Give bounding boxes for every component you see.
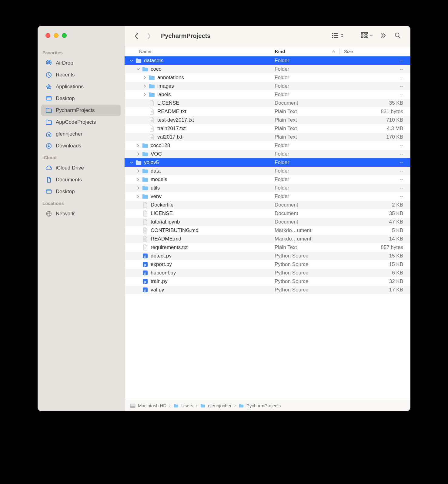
file-row[interactable]: detect.pyPython Source15 KB — [125, 252, 410, 260]
file-row[interactable]: val.pyPython Source17 KB — [125, 286, 410, 294]
file-row[interactable]: export.pyPython Source15 KB — [125, 260, 410, 269]
file-list[interactable]: datasetsFolder--cocoFolder--annotationsF… — [125, 56, 410, 400]
file-row[interactable]: cocoFolder-- — [125, 65, 410, 73]
column-size[interactable]: Size — [340, 49, 406, 54]
sidebar-item-label: AppCodeProjects — [56, 119, 96, 125]
file-kind: Folder — [275, 66, 339, 72]
sidebar-item-desktop[interactable]: Desktop — [41, 186, 121, 197]
file-size: 32 KB — [339, 278, 403, 284]
file-row[interactable]: utilsFolder-- — [125, 184, 410, 192]
file-kind: Folder — [275, 143, 339, 149]
disclosure-triangle[interactable] — [129, 160, 134, 165]
search-button[interactable] — [392, 30, 404, 42]
path-segment[interactable]: Macintosh HD — [138, 403, 166, 408]
file-row[interactable]: annotationsFolder-- — [125, 73, 410, 82]
file-row[interactable]: datasetsFolder-- — [125, 56, 410, 65]
column-name[interactable]: Name — [125, 49, 275, 54]
sidebar-item-label: PycharmProjects — [56, 107, 95, 113]
file-row[interactable]: train.pyPython Source32 KB — [125, 277, 410, 286]
back-button[interactable] — [131, 30, 142, 42]
sidebar-section-label: Favorites — [38, 47, 124, 57]
file-row[interactable]: README.txtPlain Text831 bytes — [125, 107, 410, 116]
folder-icon — [135, 57, 142, 64]
file-size: 831 bytes — [339, 109, 403, 115]
file-row[interactable]: venvFolder-- — [125, 192, 410, 201]
airdrop-icon — [45, 60, 52, 66]
minimize-button[interactable] — [54, 33, 59, 38]
file-row[interactable]: modelsFolder-- — [125, 175, 410, 184]
file-size: 15 KB — [339, 261, 403, 267]
path-segment[interactable]: PycharmProjects — [246, 403, 281, 408]
main-pane: PycharmProjects Name Kind — [125, 26, 410, 411]
download-icon — [45, 143, 52, 149]
group-by-button[interactable] — [359, 30, 375, 42]
file-row[interactable]: requirements.txtPlain Text857 bytes — [125, 243, 410, 252]
forward-button[interactable] — [144, 30, 154, 42]
doc-icon — [142, 219, 149, 225]
txt-icon — [149, 117, 155, 123]
chevron-right-icon — [196, 403, 198, 408]
file-row[interactable]: LICENSEDocument35 KB — [125, 99, 410, 107]
file-size: 15 KB — [339, 253, 403, 259]
close-button[interactable] — [45, 33, 50, 38]
sidebar-item-label: Downloads — [56, 143, 81, 149]
toolbar-overflow-button[interactable] — [377, 30, 389, 42]
md-icon — [142, 227, 149, 234]
file-name: LICENSE — [151, 210, 173, 217]
file-row[interactable]: LICENSEDocument35 KB — [125, 209, 410, 218]
file-name: README.md — [151, 236, 181, 242]
file-row[interactable]: val2017.txtPlain Text170 KB — [125, 133, 410, 141]
disclosure-triangle[interactable] — [136, 169, 140, 173]
folder-icon — [142, 151, 149, 157]
disclosure-triangle[interactable] — [136, 143, 140, 148]
file-row[interactable]: labelsFolder-- — [125, 90, 410, 99]
file-row[interactable]: imagesFolder-- — [125, 82, 410, 90]
disclosure-triangle[interactable] — [143, 92, 147, 97]
disclosure-triangle[interactable] — [136, 67, 140, 71]
path-segment[interactable]: Users — [181, 403, 193, 408]
file-row[interactable]: README.mdMarkdo…ument14 KB — [125, 235, 410, 243]
disclosure-triangle[interactable] — [143, 76, 147, 80]
file-row[interactable]: DockerfileDocument2 KB — [125, 201, 410, 209]
disclosure-triangle[interactable] — [136, 177, 140, 182]
sidebar-item-desktop[interactable]: Desktop — [41, 93, 121, 104]
file-row[interactable]: yolov5Folder-- — [125, 158, 410, 167]
disclosure-triangle[interactable] — [136, 194, 140, 199]
sort-ascending-icon — [332, 49, 335, 54]
disclosure-triangle — [136, 245, 140, 250]
file-row[interactable]: tutorial.ipynbDocument47 KB — [125, 218, 410, 226]
sidebar-item-pycharmprojects[interactable]: PycharmProjects — [41, 105, 121, 116]
path-segment[interactable]: glennjocher — [208, 403, 232, 408]
disclosure-triangle[interactable] — [136, 186, 140, 190]
disclosure-triangle[interactable] — [136, 152, 140, 156]
sidebar-item-downloads[interactable]: Downloads — [41, 140, 121, 152]
sidebar-item-documents[interactable]: Documents — [41, 174, 121, 186]
file-row[interactable]: coco128Folder-- — [125, 141, 410, 150]
sidebar-item-appcodeprojects[interactable]: AppCodeProjects — [41, 116, 121, 128]
column-kind[interactable]: Kind — [275, 49, 339, 54]
file-size: -- — [339, 168, 403, 174]
file-name: coco — [151, 66, 162, 72]
sidebar: FavoritesAirDropRecentsApplicationsDeskt… — [38, 26, 125, 411]
disclosure-triangle[interactable] — [129, 59, 134, 63]
sidebar-item-applications[interactable]: Applications — [41, 81, 121, 92]
sidebar-item-glennjocher[interactable]: glennjocher — [41, 128, 121, 140]
sidebar-item-icloud-drive[interactable]: iCloud Drive — [41, 162, 121, 174]
file-kind: Folder — [275, 176, 339, 183]
sidebar-item-network[interactable]: Network — [41, 208, 121, 220]
file-row[interactable]: hubconf.pyPython Source6 KB — [125, 269, 410, 277]
file-size: -- — [339, 193, 403, 200]
maximize-button[interactable] — [62, 33, 67, 38]
disclosure-triangle[interactable] — [143, 84, 147, 88]
file-row[interactable]: CONTRIBUTING.mdMarkdo…ument5 KB — [125, 226, 410, 235]
file-kind: Python Source — [275, 287, 339, 293]
file-row[interactable]: dataFolder-- — [125, 167, 410, 175]
file-row[interactable]: test-dev2017.txtPlain Text710 KB — [125, 116, 410, 124]
file-kind: Folder — [275, 160, 339, 166]
view-list-button[interactable] — [330, 30, 345, 42]
sidebar-item-airdrop[interactable]: AirDrop — [41, 57, 121, 69]
sidebar-item-recents[interactable]: Recents — [41, 69, 121, 81]
file-row[interactable]: train2017.txtPlain Text4.3 MB — [125, 124, 410, 133]
sidebar-item-label: Applications — [56, 84, 84, 90]
file-row[interactable]: VOCFolder-- — [125, 150, 410, 158]
